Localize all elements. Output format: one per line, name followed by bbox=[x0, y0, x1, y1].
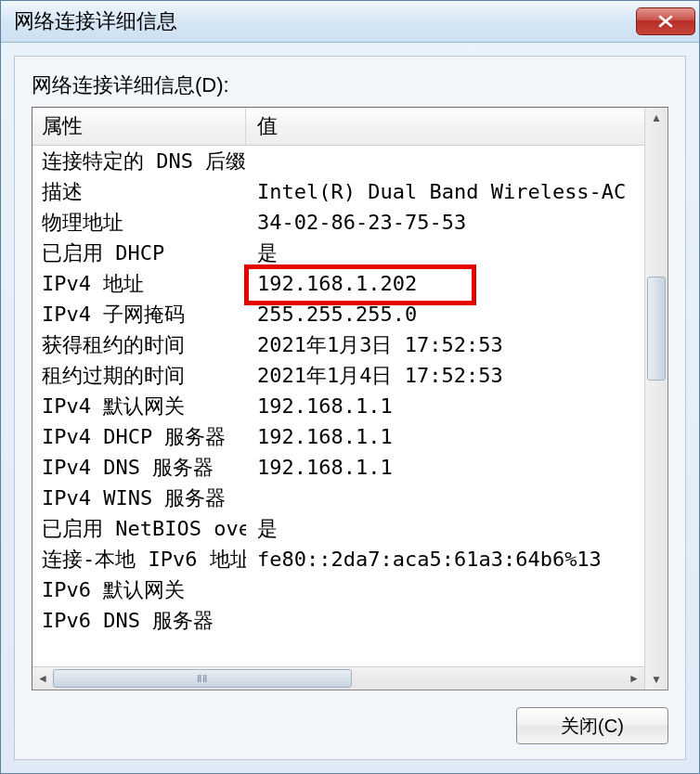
list-item[interactable]: 描述Intel(R) Dual Band Wireless-AC bbox=[32, 176, 644, 207]
list-item[interactable]: IPv4 DNS 服务器192.168.1.1 bbox=[32, 452, 644, 483]
value-cell: 是 bbox=[246, 239, 644, 267]
list-item[interactable]: IPv4 DHCP 服务器192.168.1.1 bbox=[32, 421, 644, 452]
list-item[interactable]: IPv4 子网掩码255.255.255.0 bbox=[32, 299, 644, 329]
list-item[interactable]: IPv4 默认网关192.168.1.1 bbox=[32, 391, 644, 421]
dialog-body: 网络连接详细信息(D): 属性 值 连接特定的 DNS 后缀描述Intel(R)… bbox=[14, 56, 686, 760]
value-cell: 255.255.255.0 bbox=[246, 303, 644, 326]
property-cell: IPv4 DHCP 服务器 bbox=[32, 423, 246, 451]
vertical-scrollbar[interactable]: ▲ ▼ bbox=[644, 108, 668, 690]
property-cell: IPv4 默认网关 bbox=[32, 393, 246, 420]
value-cell: 192.168.1.202 bbox=[246, 272, 644, 295]
window-close-button[interactable] bbox=[636, 7, 695, 35]
list-content: 属性 值 连接特定的 DNS 后缀描述Intel(R) Dual Band Wi… bbox=[32, 108, 644, 690]
vscroll-thumb[interactable] bbox=[647, 277, 666, 381]
horizontal-scrollbar[interactable]: ◄ ⅡⅡ ► bbox=[32, 666, 644, 690]
list-item[interactable]: 已启用 NetBIOS ove...是 bbox=[32, 513, 644, 544]
list-item[interactable]: IPv6 DNS 服务器 bbox=[32, 605, 644, 636]
property-cell: 连接-本地 IPv6 地址 bbox=[32, 546, 246, 574]
scroll-left-arrow-icon[interactable]: ◄ bbox=[32, 668, 53, 689]
details-list: 属性 值 连接特定的 DNS 后缀描述Intel(R) Dual Band Wi… bbox=[32, 107, 668, 690]
value-cell: 192.168.1.1 bbox=[246, 394, 644, 418]
list-item[interactable]: 物理地址34-02-86-23-75-53 bbox=[32, 207, 644, 238]
list-item[interactable]: IPv4 地址192.168.1.202 bbox=[32, 268, 644, 299]
scroll-down-arrow-icon[interactable]: ▼ bbox=[646, 669, 667, 690]
value-cell: Intel(R) Dual Band Wireless-AC bbox=[246, 180, 644, 203]
value-cell: 是 bbox=[246, 515, 644, 543]
list-item[interactable]: 连接-本地 IPv6 地址fe80::2da7:aca5:61a3:64b6%1… bbox=[32, 544, 644, 574]
property-cell: IPv4 地址 bbox=[32, 270, 246, 298]
vscroll-track[interactable] bbox=[645, 128, 668, 669]
hscroll-track[interactable]: ⅡⅡ bbox=[53, 667, 624, 690]
header-property[interactable]: 属性 bbox=[32, 108, 246, 145]
property-cell: 获得租约的时间 bbox=[32, 331, 246, 359]
value-cell: 2021年1月3日 17:52:53 bbox=[246, 331, 644, 359]
property-cell: IPv4 子网掩码 bbox=[32, 301, 246, 329]
list-rows: 连接特定的 DNS 后缀描述Intel(R) Dual Band Wireles… bbox=[32, 146, 644, 666]
list-item[interactable]: IPv6 默认网关 bbox=[32, 574, 644, 605]
details-label: 网络连接详细信息(D): bbox=[32, 71, 668, 99]
hscroll-thumb[interactable]: ⅡⅡ bbox=[53, 669, 352, 688]
property-cell: IPv6 DNS 服务器 bbox=[32, 607, 246, 635]
button-row: 关闭(C) bbox=[32, 690, 668, 744]
value-cell: fe80::2da7:aca5:61a3:64b6%13 bbox=[246, 548, 644, 571]
property-cell: 连接特定的 DNS 后缀 bbox=[32, 148, 246, 175]
value-cell: 192.168.1.1 bbox=[246, 425, 644, 448]
scroll-right-arrow-icon[interactable]: ► bbox=[624, 668, 644, 689]
list-item[interactable]: 租约过期的时间2021年1月4日 17:52:53 bbox=[32, 360, 644, 391]
property-cell: IPv4 WINS 服务器 bbox=[32, 484, 246, 512]
property-cell: IPv4 DNS 服务器 bbox=[32, 454, 246, 482]
close-icon bbox=[657, 15, 674, 28]
close-button[interactable]: 关闭(C) bbox=[516, 707, 668, 744]
property-cell: 租约过期的时间 bbox=[32, 362, 246, 390]
property-cell: 描述 bbox=[32, 178, 246, 206]
list-item[interactable]: 连接特定的 DNS 后缀 bbox=[32, 146, 644, 176]
value-cell: 34-02-86-23-75-53 bbox=[246, 211, 644, 234]
value-cell: 2021年1月4日 17:52:53 bbox=[246, 362, 644, 390]
list-item[interactable]: 获得租约的时间2021年1月3日 17:52:53 bbox=[32, 329, 644, 360]
list-header: 属性 值 bbox=[32, 108, 644, 146]
property-cell: 物理地址 bbox=[32, 209, 246, 237]
dialog-window: 网络连接详细信息 网络连接详细信息(D): 属性 值 连接特定的 DNS 后缀描… bbox=[0, 0, 700, 774]
list-item[interactable]: 已启用 DHCP是 bbox=[32, 238, 644, 268]
window-title: 网络连接详细信息 bbox=[14, 7, 177, 35]
titlebar[interactable]: 网络连接详细信息 bbox=[1, 1, 699, 43]
header-value[interactable]: 值 bbox=[246, 108, 644, 145]
property-cell: IPv6 默认网关 bbox=[32, 576, 246, 604]
property-cell: 已启用 NetBIOS ove... bbox=[32, 515, 246, 543]
list-item[interactable]: IPv4 WINS 服务器 bbox=[32, 483, 644, 513]
value-cell: 192.168.1.1 bbox=[246, 456, 644, 479]
property-cell: 已启用 DHCP bbox=[32, 239, 246, 267]
scroll-up-arrow-icon[interactable]: ▲ bbox=[646, 108, 667, 128]
